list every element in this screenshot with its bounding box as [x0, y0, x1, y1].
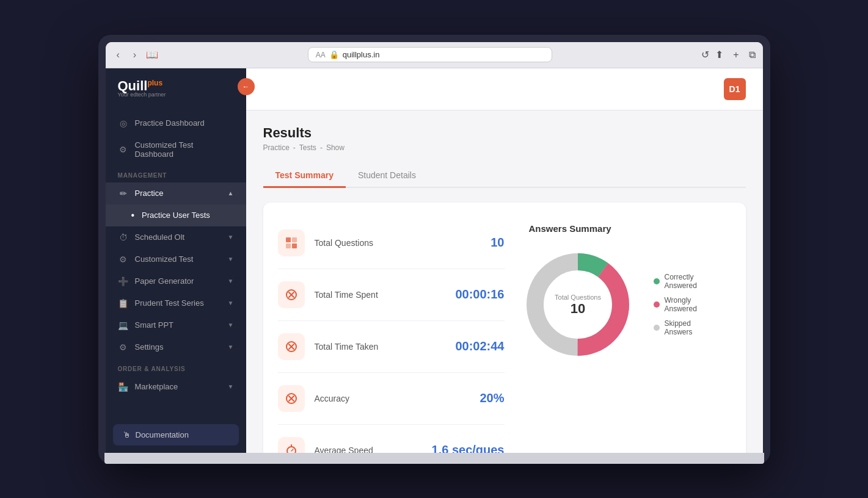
customized-test-dashboard-icon: ⚙ [118, 145, 129, 154]
chart-label-skipped: 5 [519, 297, 523, 306]
tab-student-details[interactable]: Student Details [346, 164, 428, 188]
settings-icon: ⚙ [118, 342, 129, 352]
chart-title: Answers Summary [529, 223, 611, 234]
legend-label-correct: Correctly Answered [665, 273, 719, 290]
sidebar-collapse-button[interactable]: ← [238, 78, 255, 95]
sidebar-item-customized-test-dashboard[interactable]: ⚙ Customized Test Dashboard [106, 134, 246, 165]
total-time-spent-icon [278, 281, 305, 308]
donut-chart: Total Questions 10 [517, 244, 639, 366]
sidebar-item-prudent-test-series[interactable]: 📋 Prudent Test Series ▼ [106, 292, 246, 314]
app-layout: Quillplus Your edtech partner ← ◎ Practi… [106, 68, 763, 453]
back-button[interactable]: ‹ [113, 47, 123, 63]
sidebar-label-prudent-test-series: Prudent Test Series [135, 298, 204, 308]
accuracy-label: Accuracy [315, 394, 470, 403]
tabs-bar: Test Summary Student Details [263, 164, 746, 188]
total-time-taken-icon [278, 333, 305, 360]
reader-view-button[interactable]: 📖 [146, 49, 158, 60]
tab-overview-button[interactable]: ⧉ [749, 49, 756, 60]
legend-label-wrong: Wrongly Answered [665, 296, 719, 313]
marketplace-chevron-icon: ▼ [228, 383, 234, 390]
sidebar-item-marketplace[interactable]: 🏪 Marketplace ▼ [106, 376, 246, 398]
sidebar-item-smart-ppt[interactable]: 💻 Smart PPT ▼ [106, 314, 246, 336]
total-questions-value: 10 [491, 236, 504, 250]
stat-row-average-speed: Average Speed 1.6 sec/ques [278, 425, 505, 453]
aa-label: AA [316, 51, 326, 59]
logo: Quillplus Your edtech partner [118, 78, 166, 98]
chart-center-value: 10 [570, 301, 585, 316]
sidebar-item-settings[interactable]: ⚙ Settings ▼ [106, 336, 246, 358]
sidebar-item-paper-generator[interactable]: ➕ Paper Generator ▼ [106, 270, 246, 292]
page-section: Results Practice - Tests - Show Test Sum… [246, 110, 763, 453]
breadcrumb-sep1: - [293, 143, 296, 152]
stat-row-total-time-taken: Total Time Taken 00:02:44 [278, 321, 505, 373]
scheduled-olt-chevron-icon: ▼ [228, 234, 234, 240]
logo-plus: plus [147, 78, 162, 87]
breadcrumb-practice[interactable]: Practice [263, 143, 290, 152]
management-section-label: MANAGEMENT [106, 165, 246, 182]
stat-row-total-time-spent: Total Time Spent 00:00:16 [278, 269, 505, 321]
chart-legend: Correctly Answered Wrongly Answered [654, 273, 719, 336]
sidebar-label-settings: Settings [135, 342, 164, 352]
sidebar-item-customized-test[interactable]: ⚙ Customized Test ▼ [106, 248, 246, 270]
forward-button[interactable]: › [129, 47, 140, 63]
total-questions-icon [278, 229, 305, 256]
tab-test-summary[interactable]: Test Summary [263, 164, 346, 188]
svg-point-7 [287, 447, 296, 453]
total-time-taken-label: Total Time Taken [315, 342, 446, 352]
sidebar-item-practice[interactable]: ✏ Practice ▲ [106, 182, 246, 204]
main-content: D1 Results Practice - Tests - Show Test … [246, 68, 763, 453]
chart-center-label: Total Questions [555, 294, 601, 301]
total-time-spent-value: 00:00:16 [455, 287, 504, 301]
address-bar: AA 🔒 quillplus.in [308, 47, 552, 62]
legend-dot-skipped [654, 325, 660, 331]
documentation-icon: 🖱 [123, 430, 131, 439]
laptop-bottom-bar [104, 453, 764, 464]
sidebar-nav: ◎ Practice Dashboard ⚙ Customized Test D… [106, 107, 246, 417]
lock-icon: 🔒 [329, 50, 339, 59]
practice-icon: ✏ [118, 189, 129, 198]
legend-label-skipped: Skipped Answers [665, 319, 719, 336]
practice-chevron-icon: ▲ [228, 190, 234, 197]
prudent-test-series-chevron-icon: ▼ [228, 300, 234, 306]
url-text: quillplus.in [343, 50, 380, 59]
average-speed-value: 1.6 sec/ques [432, 443, 505, 453]
main-header: D1 [246, 68, 763, 110]
results-content-card: Total Questions 10 [263, 203, 746, 453]
browser-window: ‹ › 📖 AA 🔒 quillplus.in ↺ ⬆ + ⧉ [106, 42, 763, 453]
share-button[interactable]: ⬆ [715, 49, 723, 60]
paper-generator-icon: ➕ [118, 276, 129, 286]
new-tab-button[interactable]: + [733, 49, 739, 60]
prudent-test-series-icon: 📋 [118, 298, 129, 308]
chart-container: Total Questions 10 1 4 [517, 244, 719, 366]
documentation-label: Documentation [136, 430, 189, 439]
sidebar-label-smart-ppt: Smart PPT [135, 320, 174, 330]
browser-toolbar: ‹ › 📖 AA 🔒 quillplus.in ↺ ⬆ + ⧉ [106, 42, 763, 68]
sidebar-label-marketplace: Marketplace [135, 382, 178, 391]
user-avatar: D1 [724, 78, 746, 100]
practice-user-tests-label: Practice User Tests [142, 211, 210, 220]
paper-generator-chevron-icon: ▼ [228, 278, 234, 284]
breadcrumb: Practice - Tests - Show [263, 143, 746, 152]
accuracy-value: 20% [480, 391, 504, 405]
sidebar-label-practice-dashboard: Practice Dashboard [135, 118, 205, 128]
reload-button[interactable]: ↺ [701, 49, 709, 60]
order-analysis-section-label: ORDER & ANALYSIS [106, 358, 246, 376]
sidebar-item-practice-dashboard[interactable]: ◎ Practice Dashboard [106, 112, 246, 134]
legend-item-correct: Correctly Answered [654, 273, 719, 290]
laptop-frame: ‹ › 📖 AA 🔒 quillplus.in ↺ ⬆ + ⧉ [98, 35, 770, 464]
chart-section: Answers Summary [505, 217, 731, 453]
total-questions-label: Total Questions [315, 238, 481, 248]
legend-dot-wrong [654, 301, 660, 308]
sidebar-subitem-practice-user-tests[interactable]: Practice User Tests [106, 204, 246, 226]
total-time-spent-label: Total Time Spent [315, 290, 446, 300]
breadcrumb-tests[interactable]: Tests [299, 143, 316, 152]
documentation-button[interactable]: 🖱 Documentation [113, 424, 239, 446]
sidebar-label-practice: Practice [135, 189, 164, 198]
stat-row-accuracy: Accuracy 20% [278, 373, 505, 425]
average-speed-icon [278, 437, 305, 453]
svg-rect-0 [286, 237, 291, 242]
smart-ppt-chevron-icon: ▼ [228, 322, 234, 328]
breadcrumb-show[interactable]: Show [326, 143, 345, 152]
sidebar-label-customized-test: Customized Test [135, 254, 194, 264]
sidebar-item-scheduled-olt[interactable]: ⏱ Scheduled Olt ▼ [106, 226, 246, 248]
